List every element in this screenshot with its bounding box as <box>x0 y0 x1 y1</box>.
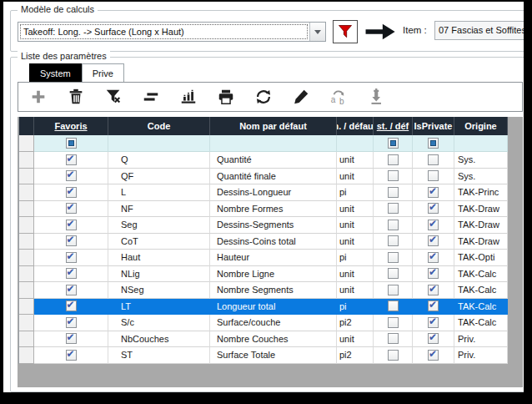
unite-cell[interactable]: pi2 <box>337 315 374 331</box>
isprivate-checkbox[interactable] <box>428 317 439 328</box>
unite-cell[interactable]: unit <box>337 266 374 283</box>
row-selector[interactable] <box>19 184 34 201</box>
item-field[interactable]: 07 Fascias et Soffites - - ? <box>434 21 524 40</box>
table-row[interactable]: QQuantitéunitSys. <box>19 152 508 169</box>
row-selector[interactable] <box>19 347 34 364</box>
col-header-n-d-faut[interactable]: n. / défaut <box>337 117 374 135</box>
inst-cell[interactable] <box>374 266 413 283</box>
nom-cell[interactable]: Nombre Couches <box>210 331 337 348</box>
row-selector[interactable] <box>19 282 34 299</box>
table-row[interactable]: S/cSurface/couchepi2TAK-Calc <box>19 315 508 331</box>
isprivate-cell[interactable] <box>413 201 454 218</box>
refresh-icon[interactable] <box>253 87 274 107</box>
unite-cell[interactable]: unit <box>337 169 374 185</box>
isprivate-cell[interactable] <box>413 250 454 266</box>
nom-cell[interactable]: Longueur total <box>210 299 337 316</box>
isprivate-checkbox[interactable] <box>428 285 439 295</box>
inst-checkbox[interactable] <box>388 170 399 181</box>
nom-cell[interactable]: Surface Totale <box>210 347 337 364</box>
row-selector[interactable] <box>19 266 34 283</box>
unite-cell[interactable]: pi2 <box>337 347 374 364</box>
favoris-cell[interactable] <box>34 315 108 331</box>
table-row[interactable]: STSurface Totalepi2Priv. <box>19 347 508 364</box>
isprivate-checkbox[interactable] <box>428 170 439 181</box>
nom-cell[interactable]: Dessins-Longueur <box>210 184 337 201</box>
origine-cell[interactable]: TAK-Opti <box>454 250 508 266</box>
nom-cell[interactable]: Quantité <box>210 152 337 169</box>
inst-checkbox[interactable] <box>388 235 399 246</box>
print-icon[interactable] <box>216 87 236 107</box>
inst-cell[interactable] <box>374 299 413 316</box>
table-row[interactable]: CoTDessins-Coins totalunitTAK-Draw <box>19 234 508 250</box>
inst-cell[interactable] <box>374 250 413 266</box>
inst-checkbox[interactable] <box>388 220 399 230</box>
inst-cell[interactable] <box>374 347 413 364</box>
code-cell[interactable]: NLig <box>108 266 210 283</box>
nom-cell[interactable]: Nombre Segments <box>210 282 337 299</box>
filter-icon[interactable] <box>103 87 123 107</box>
filter-cell[interactable] <box>413 135 454 152</box>
col-header-st-d-f[interactable]: st. / déf <box>374 117 413 135</box>
inst-checkbox[interactable] <box>388 252 399 263</box>
table-row[interactable]: NSegNombre SegmentsunitTAK-Calc <box>19 282 508 299</box>
code-cell[interactable]: S/c <box>108 315 210 331</box>
favoris-cell[interactable] <box>34 201 108 218</box>
unite-cell[interactable]: unit <box>337 201 374 218</box>
isprivate-checkbox[interactable] <box>428 268 439 279</box>
unite-cell[interactable]: unit <box>337 217 374 234</box>
inst-cell[interactable] <box>374 331 413 348</box>
inst-checkbox[interactable] <box>388 154 399 165</box>
row-selector[interactable] <box>19 234 34 250</box>
isprivate-checkbox[interactable] <box>428 187 439 198</box>
inst-cell[interactable] <box>374 152 413 169</box>
filter-cell[interactable] <box>108 135 210 152</box>
favoris-cell[interactable] <box>34 184 108 201</box>
favoris-checkbox[interactable] <box>66 154 77 165</box>
origine-cell[interactable]: Sys. <box>454 169 508 185</box>
delete-icon[interactable] <box>66 87 86 107</box>
origine-cell[interactable]: TAK-Calc <box>454 266 508 283</box>
isprivate-checkbox[interactable] <box>428 203 439 214</box>
code-cell[interactable]: ST <box>108 347 210 364</box>
inst-checkbox[interactable] <box>388 350 399 361</box>
calc-model-combobox[interactable]: Takeoff: Long. -> Surface (Long x Haut) <box>18 22 326 42</box>
inst-cell[interactable] <box>374 282 413 299</box>
row-selector[interactable] <box>19 169 34 185</box>
unite-cell[interactable]: unit <box>337 152 374 169</box>
code-cell[interactable]: Seg <box>108 217 210 234</box>
favoris-checkbox[interactable] <box>66 350 77 361</box>
isprivate-cell[interactable] <box>413 331 454 348</box>
unite-cell[interactable]: unit <box>337 331 374 348</box>
edit-icon[interactable] <box>291 87 311 107</box>
nom-cell[interactable]: Dessins-Segments <box>210 217 337 234</box>
nom-cell[interactable]: Dessins-Coins total <box>210 234 337 250</box>
origine-cell[interactable]: TAK-Calc <box>454 282 508 299</box>
favoris-checkbox[interactable] <box>66 170 77 181</box>
inst-cell[interactable] <box>374 217 413 234</box>
isprivate-cell[interactable] <box>413 217 454 234</box>
inst-cell[interactable] <box>374 169 413 185</box>
filter-cell[interactable] <box>337 135 374 152</box>
favoris-checkbox[interactable] <box>66 220 77 230</box>
inst-checkbox[interactable] <box>388 300 399 311</box>
table-row[interactable]: SegDessins-SegmentsunitTAK-Draw <box>19 217 508 234</box>
row-selector[interactable] <box>19 315 34 331</box>
isprivate-cell[interactable] <box>413 234 454 250</box>
favoris-checkbox[interactable] <box>66 187 77 198</box>
favoris-checkbox[interactable] <box>66 285 77 295</box>
code-cell[interactable]: Haut <box>108 250 210 266</box>
favoris-checkbox[interactable] <box>66 317 77 328</box>
code-cell[interactable]: QF <box>108 169 210 185</box>
unite-cell[interactable]: unit <box>337 282 374 299</box>
code-cell[interactable]: CoT <box>108 234 210 250</box>
origine-cell[interactable]: Priv. <box>454 347 508 364</box>
table-row[interactable]: QFQuantité finaleunitSys. <box>19 169 508 185</box>
favoris-checkbox[interactable] <box>66 203 77 214</box>
origine-cell[interactable]: Sys. <box>454 152 508 169</box>
col-header-nom-par-d-faut[interactable]: Nom par défaut <box>210 117 337 135</box>
isprivate-checkbox[interactable] <box>428 350 439 361</box>
tab-system[interactable]: System <box>29 63 82 82</box>
favoris-checkbox[interactable] <box>66 252 77 263</box>
row-selector[interactable] <box>19 217 34 234</box>
code-cell[interactable]: Q <box>108 152 210 169</box>
